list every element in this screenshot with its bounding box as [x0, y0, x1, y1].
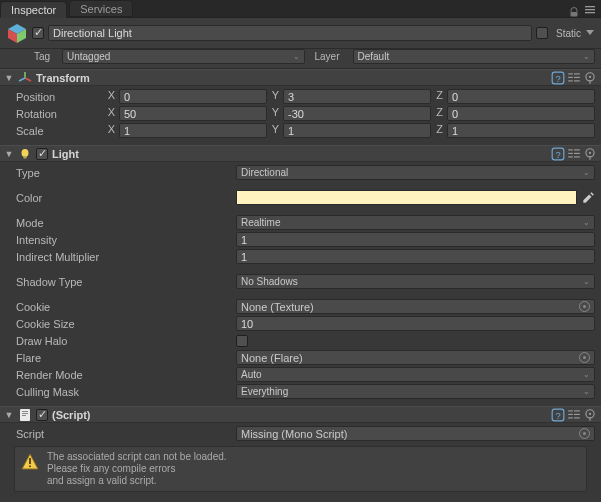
svg-rect-29	[574, 149, 580, 150]
help-icon[interactable]: ?	[551, 71, 565, 85]
light-flare-field[interactable]: None (Flare)	[236, 350, 595, 365]
svg-rect-43	[568, 417, 573, 418]
transform-foldout[interactable]: ▼	[4, 73, 14, 83]
gameobject-name-input[interactable]	[48, 25, 532, 41]
color-swatch	[237, 191, 576, 204]
svg-rect-15	[568, 80, 573, 81]
light-enabled-checkbox[interactable]	[36, 148, 48, 160]
warning-line-2: Please fix any compile errors	[47, 463, 227, 475]
light-rendermode-dropdown[interactable]: Auto⌄	[236, 367, 595, 382]
light-color-field[interactable]	[236, 190, 577, 205]
light-icon	[18, 147, 32, 161]
svg-rect-21	[589, 80, 590, 84]
light-title: Light	[52, 148, 547, 160]
svg-rect-37	[22, 413, 28, 414]
svg-rect-27	[568, 152, 573, 153]
svg-rect-42	[568, 413, 573, 414]
svg-rect-31	[574, 156, 580, 157]
light-mode-dropdown[interactable]: Realtime⌄	[236, 215, 595, 230]
scale-z-input[interactable]	[447, 123, 595, 138]
layer-dropdown[interactable]: Default⌄	[353, 49, 596, 64]
help-icon[interactable]: ?	[551, 408, 565, 422]
object-picker-icon[interactable]	[579, 352, 590, 363]
svg-rect-49	[589, 417, 590, 421]
light-cookiesize-input[interactable]	[236, 316, 595, 331]
svg-rect-51	[29, 458, 31, 464]
static-checkbox[interactable]	[536, 27, 548, 39]
rotation-y-input[interactable]	[283, 106, 431, 121]
svg-rect-14	[568, 76, 573, 77]
svg-rect-3	[585, 12, 595, 13]
scale-x-input[interactable]	[119, 123, 267, 138]
svg-rect-34	[589, 156, 590, 160]
light-shadow-dropdown[interactable]: No Shadows⌄	[236, 274, 595, 289]
svg-rect-1	[585, 6, 595, 7]
gameobject-enabled-checkbox[interactable]	[32, 27, 44, 39]
light-drawhalo-checkbox[interactable]	[236, 335, 248, 347]
lock-icon[interactable]	[569, 7, 579, 17]
light-drawhalo-label: Draw Halo	[6, 335, 236, 347]
script-foldout[interactable]: ▼	[4, 410, 14, 420]
warning-line-3: and assign a valid script.	[47, 475, 227, 487]
light-color-label: Color	[6, 192, 236, 204]
svg-rect-38	[22, 415, 26, 416]
preset-icon[interactable]	[567, 71, 581, 85]
object-picker-icon[interactable]	[579, 301, 590, 312]
light-culling-label: Culling Mask	[6, 386, 236, 398]
svg-rect-36	[22, 411, 28, 412]
script-enabled-checkbox[interactable]	[36, 409, 48, 421]
tab-menu-icon[interactable]	[583, 3, 597, 17]
transform-icon	[18, 71, 32, 85]
tag-value: Untagged	[67, 51, 110, 62]
light-intensity-input[interactable]	[236, 232, 595, 247]
svg-rect-17	[574, 76, 580, 77]
script-icon	[18, 408, 32, 422]
preset-icon[interactable]	[567, 408, 581, 422]
eyedropper-icon[interactable]	[581, 191, 595, 205]
warning-box: The associated script can not be loaded.…	[14, 446, 587, 492]
light-cookie-label: Cookie	[6, 301, 236, 313]
warning-icon	[21, 453, 39, 471]
light-indirect-input[interactable]	[236, 249, 595, 264]
light-indirect-label: Indirect Multiplier	[6, 251, 236, 263]
context-menu-icon[interactable]	[583, 408, 597, 422]
warning-line-1: The associated script can not be loaded.	[47, 451, 227, 463]
rotation-label: Rotation	[6, 108, 105, 120]
context-menu-icon[interactable]	[583, 147, 597, 161]
svg-rect-44	[574, 410, 580, 411]
axis-y-label: Y	[269, 89, 281, 104]
preset-icon[interactable]	[567, 147, 581, 161]
svg-rect-41	[568, 410, 573, 411]
context-menu-icon[interactable]	[583, 71, 597, 85]
position-x-input[interactable]	[119, 89, 267, 104]
svg-rect-46	[574, 417, 580, 418]
svg-rect-13	[568, 73, 573, 74]
script-field-label: Script	[6, 428, 236, 440]
tab-inspector[interactable]: Inspector	[0, 1, 67, 18]
help-icon[interactable]: ?	[551, 147, 565, 161]
light-flare-label: Flare	[6, 352, 236, 364]
light-cookie-field[interactable]: None (Texture)	[236, 299, 595, 314]
script-field[interactable]: Missing (Mono Script)	[236, 426, 595, 441]
svg-rect-52	[29, 466, 31, 468]
transform-title: Transform	[36, 72, 547, 84]
tag-dropdown[interactable]: Untagged⌄	[62, 49, 305, 64]
rotation-z-input[interactable]	[447, 106, 595, 121]
svg-line-10	[19, 78, 25, 81]
light-mode-label: Mode	[6, 217, 236, 229]
scale-y-input[interactable]	[283, 123, 431, 138]
object-picker-icon[interactable]	[579, 428, 590, 439]
svg-rect-23	[24, 156, 27, 159]
rotation-x-input[interactable]	[119, 106, 267, 121]
script-title: (Script)	[52, 409, 547, 421]
position-y-input[interactable]	[283, 89, 431, 104]
tab-services[interactable]: Services	[69, 0, 133, 17]
svg-rect-2	[585, 9, 595, 10]
light-shadow-label: Shadow Type	[6, 276, 236, 288]
light-culling-dropdown[interactable]: Everything⌄	[236, 384, 595, 399]
static-dropdown-icon[interactable]	[585, 27, 595, 39]
light-foldout[interactable]: ▼	[4, 149, 14, 159]
light-type-dropdown[interactable]: Directional⌄	[236, 165, 595, 180]
svg-point-20	[589, 75, 591, 77]
position-z-input[interactable]	[447, 89, 595, 104]
